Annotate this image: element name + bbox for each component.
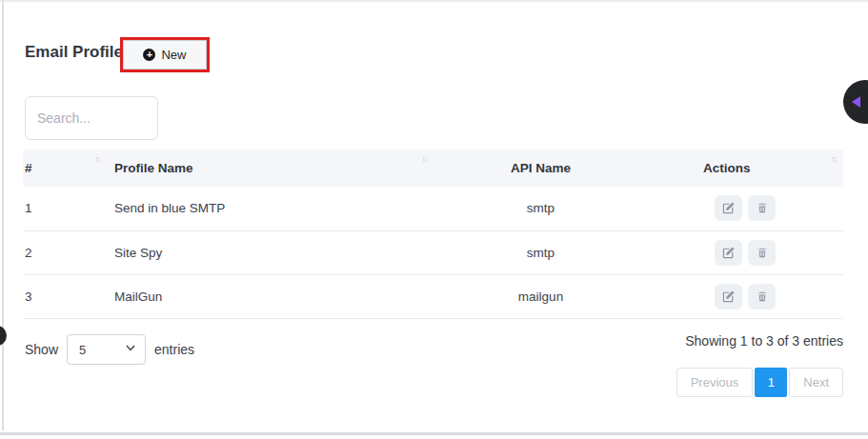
page-1-button[interactable]: 1	[755, 368, 787, 397]
edit-icon	[722, 247, 735, 259]
email-profile-table: # ↑↓ Profile Name ↑↓ API Name Actions ↑↓…	[23, 150, 843, 319]
plus-circle-icon: +	[143, 49, 155, 61]
top-divider	[0, 0, 868, 2]
entries-label: entries	[154, 342, 194, 357]
table-info: Showing 1 to 3 of 3 entries	[685, 333, 843, 349]
bottom-divider	[0, 432, 868, 435]
edit-icon	[722, 202, 735, 214]
edit-button[interactable]	[715, 240, 742, 266]
table-header-row: # ↑↓ Profile Name ↑↓ API Name Actions ↑↓	[23, 150, 843, 187]
row-index: 1	[23, 187, 107, 230]
delete-icon	[757, 202, 768, 214]
row-actions	[715, 195, 843, 221]
profile-name-cell: Send in blue SMTP	[107, 187, 434, 230]
delete-button[interactable]	[748, 240, 776, 266]
show-label: Show	[25, 342, 58, 357]
sort-icon[interactable]: ↑↓	[421, 154, 426, 164]
api-name-cell: mailgun	[434, 274, 648, 318]
row-actions	[715, 284, 843, 309]
edit-icon	[722, 290, 735, 303]
column-header-actions[interactable]: Actions ↑↓	[648, 150, 843, 187]
edit-button[interactable]	[715, 195, 742, 221]
next-page-button[interactable]: Next	[789, 368, 843, 397]
highlight-box: + New	[120, 37, 210, 72]
api-name-cell: smtp	[434, 187, 648, 230]
column-header-api-name[interactable]: API Name	[434, 150, 648, 187]
new-button[interactable]: + New	[123, 40, 207, 70]
column-header-profile-name[interactable]: Profile Name ↑↓	[107, 150, 434, 187]
delete-button[interactable]	[748, 284, 776, 309]
table-row: 2 Site Spy smtp	[23, 230, 843, 274]
table-row: 1 Send in blue SMTP smtp	[23, 187, 843, 230]
row-index: 3	[23, 274, 107, 318]
column-header-index[interactable]: # ↑↓	[23, 150, 107, 187]
previous-page-button[interactable]: Previous	[676, 368, 754, 397]
edit-button[interactable]	[715, 284, 742, 309]
sort-icon[interactable]: ↑↓	[831, 154, 836, 164]
left-divider	[2, 0, 4, 430]
profile-name-cell: MailGun	[107, 274, 434, 318]
panel-toggle-button[interactable]	[843, 80, 868, 124]
page-size-select[interactable]: 5	[67, 334, 146, 365]
delete-icon	[757, 290, 768, 303]
delete-icon	[757, 247, 768, 259]
email-profile-page: Email Profile + New # ↑↓ Profile Name ↑↓	[0, 0, 868, 439]
delete-button[interactable]	[748, 195, 776, 221]
new-button-label: New	[161, 48, 186, 62]
arrow-left-icon	[852, 96, 860, 108]
api-name-cell: smtp	[434, 230, 648, 274]
row-actions	[715, 240, 843, 266]
row-index: 2	[23, 230, 107, 274]
edge-widget-button[interactable]	[0, 326, 7, 346]
page-title: Email Profile	[25, 43, 123, 62]
pagination: Previous 1 Next	[676, 368, 843, 397]
profile-name-cell: Site Spy	[107, 230, 434, 274]
table-row: 3 MailGun mailgun	[23, 274, 843, 318]
search-input[interactable]	[25, 96, 158, 140]
sort-icon[interactable]: ↑↓	[94, 154, 99, 164]
